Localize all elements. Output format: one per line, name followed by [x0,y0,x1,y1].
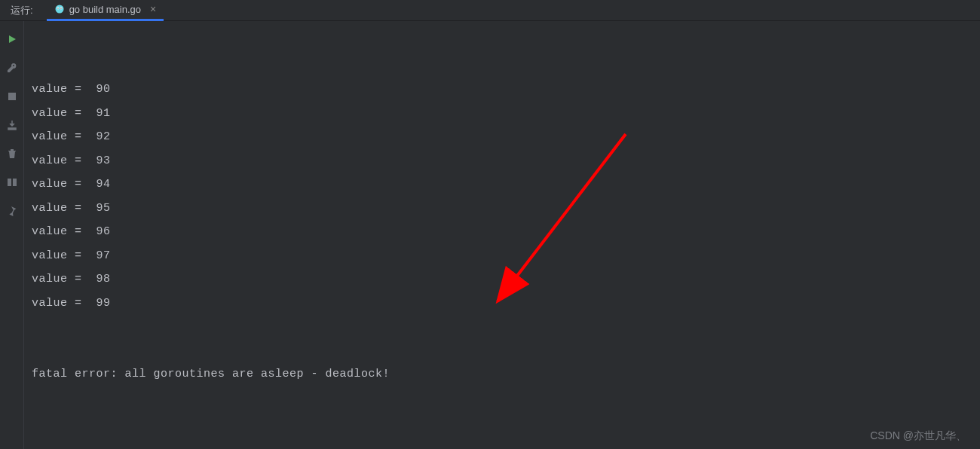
fatal-error-line: fatal error: all goroutines are asleep -… [32,362,972,386]
go-gopher-icon [54,4,65,14]
console-value-line: value = 94 [32,173,972,197]
tab-go-build[interactable]: go build main.go × [47,0,164,21]
layout-icon[interactable] [6,176,18,188]
download-icon[interactable] [6,119,18,131]
watermark: CSDN @亦世凡华、 [870,429,966,443]
console-value-line: value = 91 [32,102,972,126]
svg-point-3 [57,8,58,8]
run-label: 运行: [0,4,47,17]
svg-point-4 [60,8,61,8]
trash-icon[interactable] [6,148,18,160]
svg-rect-6 [8,179,11,186]
svg-rect-7 [13,179,17,186]
console-value-line: value = 97 [32,244,972,268]
close-icon[interactable]: × [150,3,156,15]
tab-title: go build main.go [69,4,141,15]
svg-rect-5 [8,93,16,100]
stop-icon[interactable] [6,90,18,102]
console-value-line: value = 90 [32,78,972,102]
pin-icon[interactable] [6,205,18,217]
console-value-line: value = 98 [32,267,972,292]
console-value-line: value = 92 [32,125,972,149]
console-value-line: value = 96 [32,220,972,244]
console-value-line: value = 99 [32,292,972,316]
console-value-line: value = 93 [32,149,972,173]
svg-point-0 [55,5,63,14]
run-toolbar [0,21,24,449]
console-value-line: value = 95 [32,197,972,221]
console-output: value = 90value = 91value = 92value = 93… [24,21,980,449]
run-header: 运行: go build main.go × [0,0,980,21]
wrench-icon[interactable] [6,62,18,74]
run-icon[interactable] [6,33,18,45]
